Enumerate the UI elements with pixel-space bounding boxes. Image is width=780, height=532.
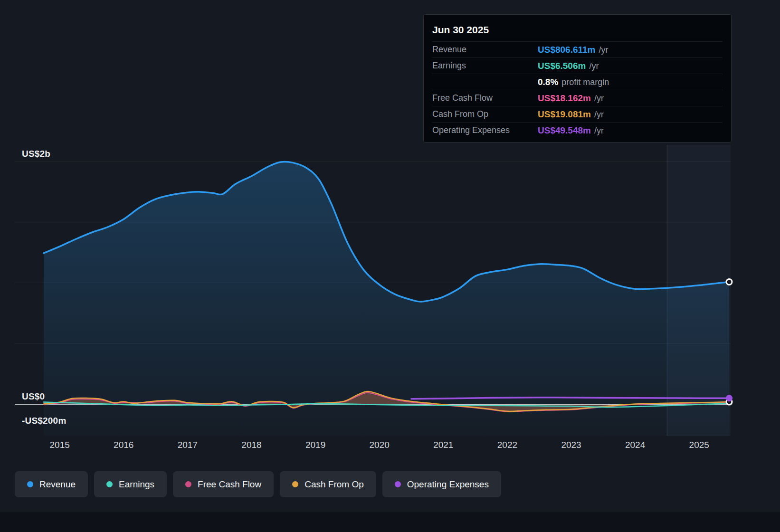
earnings-dot-icon — [106, 481, 113, 487]
x-axis-label: 2016 — [104, 440, 143, 450]
tooltip-row-suffix: /yr — [589, 61, 599, 71]
y-axis-label: US$0 — [22, 391, 45, 402]
chart-legend: Revenue Earnings Free Cash Flow Cash Fro… — [15, 471, 501, 497]
x-axis-label: 2024 — [615, 440, 655, 450]
legend-label: Cash From Op — [304, 479, 364, 490]
tooltip-date: Jun 30 2025 — [432, 20, 723, 41]
tooltip-row-value: 0.8% — [538, 77, 558, 87]
tooltip-row-revenue: Revenue US$806.611m/yr — [432, 41, 723, 57]
legend-item-cash-from-op[interactable]: Cash From Op — [280, 471, 376, 497]
financial-chart-panel: US$2bUS$0-US$200m 2015201620172018201920… — [0, 0, 780, 532]
x-axis-label: 2018 — [231, 440, 271, 450]
tooltip-row-free-cash-flow: Free Cash Flow US$18.162m/yr — [432, 90, 723, 106]
y-axis-label: US$2b — [22, 149, 50, 159]
x-axis-label: 2020 — [360, 440, 400, 450]
operating-expenses-dot-icon — [395, 481, 401, 487]
legend-label: Earnings — [119, 479, 154, 490]
x-axis-label: 2023 — [552, 440, 591, 450]
tooltip-row-suffix: /yr — [594, 110, 604, 119]
legend-label: Free Cash Flow — [198, 479, 261, 490]
legend-item-revenue[interactable]: Revenue — [15, 471, 88, 497]
free-cash-flow-dot-icon — [185, 481, 191, 487]
y-axis-label: -US$200m — [22, 416, 66, 426]
revenue-dot-icon — [27, 481, 33, 487]
tooltip-row-value: US$6.506m — [538, 61, 586, 71]
tooltip-row-suffix: /yr — [594, 94, 604, 103]
x-axis-label: 2015 — [40, 440, 80, 450]
tooltip-row-label: Earnings — [432, 61, 538, 71]
tooltip-row-earnings: Earnings US$6.506m/yr — [432, 57, 723, 74]
tooltip-row-value: US$19.081m — [538, 109, 591, 119]
x-axis-label: 2021 — [423, 440, 463, 450]
tooltip-row-operating-expenses: Operating Expenses US$49.548m/yr — [432, 122, 723, 138]
legend-label: Revenue — [39, 479, 76, 490]
tooltip-row-suffix: /yr — [599, 45, 609, 55]
chart-tooltip: Jun 30 2025 Revenue US$806.611m/yr Earni… — [423, 14, 732, 142]
x-axis-label: 2022 — [487, 440, 527, 450]
cash-from-op-dot-icon — [292, 481, 298, 487]
operating-expenses-end-marker — [726, 395, 732, 401]
legend-label: Operating Expenses — [407, 479, 489, 490]
tooltip-row-label: Free Cash Flow — [432, 93, 538, 103]
legend-item-operating-expenses[interactable]: Operating Expenses — [382, 471, 501, 497]
x-axis-label: 2025 — [679, 440, 719, 450]
legend-item-free-cash-flow[interactable]: Free Cash Flow — [173, 471, 274, 497]
tooltip-row-label: Revenue — [432, 45, 538, 55]
x-axis-label: 2017 — [168, 440, 208, 450]
tooltip-row-cash-from-op: Cash From Op US$19.081m/yr — [432, 106, 723, 122]
tooltip-row-label: Cash From Op — [432, 109, 538, 119]
bottom-strip — [0, 512, 780, 532]
revenue-end-marker — [726, 279, 732, 285]
tooltip-row-value: US$806.611m — [538, 45, 596, 55]
tooltip-row-value: US$18.162m — [538, 93, 591, 103]
x-axis: 2015201620172018201920202021202220232024… — [0, 440, 780, 452]
tooltip-row-profit-margin: 0.8%profit margin — [432, 74, 723, 90]
tooltip-row-suffix: profit margin — [561, 77, 609, 87]
legend-item-earnings[interactable]: Earnings — [94, 471, 167, 497]
x-axis-label: 2019 — [295, 440, 335, 450]
tooltip-row-label: Operating Expenses — [432, 125, 538, 135]
tooltip-row-value: US$49.548m — [538, 125, 591, 135]
tooltip-row-suffix: /yr — [594, 126, 604, 135]
